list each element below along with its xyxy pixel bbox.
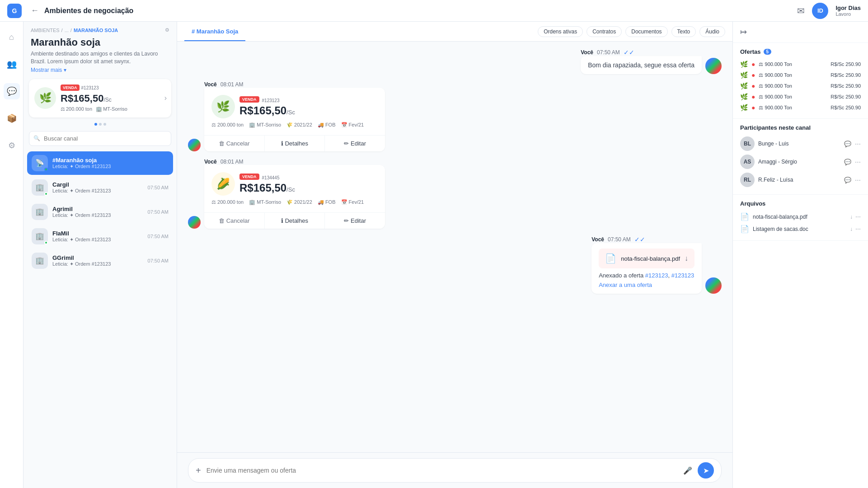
edit-button-2[interactable]: ✏ Editar	[325, 213, 385, 229]
offer-list-remove-1[interactable]: ●	[751, 61, 755, 68]
checkmarks-icon-2: ✓✓	[634, 236, 645, 243]
file-item-name-1: nota-fiscal-balança.pdf	[753, 214, 846, 220]
mic-icon[interactable]: 🎤	[683, 466, 692, 475]
channel-sidebar: AMBIENTES / ... / MARANHÃO SOJA ⚙ Maranh…	[23, 22, 177, 488]
offer-location: 🏢 MT-Sorriso	[96, 106, 127, 112]
participants-section-title: Participantes neste canal	[740, 124, 861, 131]
filter-texto[interactable]: Texto	[671, 26, 696, 37]
file-more-icon-2[interactable]: ⋯	[855, 226, 861, 232]
file-download-icon-2[interactable]: ↓	[850, 226, 853, 232]
channel-item-agrimil[interactable]: 🏢 Agrimil Leticia: ✦ Ordem #123123 07:50…	[27, 200, 173, 224]
offer-quantity-2: ⚖ 200.000 ton	[211, 199, 244, 205]
channel-item-flamil[interactable]: 🏢 FlaMil Leticia: ✦ Ordem #123123 07:50 …	[27, 225, 173, 248]
message-input[interactable]	[206, 467, 678, 474]
channel-item-ggrimil[interactable]: 🏢 GGrimil Leticia: ✦ Ordem #123123 07:50…	[27, 249, 173, 272]
channel-time-agrimil: 07:50 AM	[148, 209, 169, 215]
offer-list-leaf-icon-3: 🌿	[740, 82, 748, 89]
inline-offer-1: 🌿 VENDA #123123 R$165,50/Sc	[204, 88, 385, 135]
offer-list-remove-5[interactable]: ●	[751, 104, 755, 111]
offer-list-item-3: 🌿 ● ⚖ 900.000 Ton R$/Sc 250.90	[740, 80, 861, 91]
inline-offer-header-1: 🌿 VENDA #123123 R$165,50/Sc	[211, 95, 378, 118]
msg-content-right-2: Você 07:50 AM ✓✓ 📄 nota-fiscal-balança.p…	[591, 236, 702, 294]
add-attachment-button[interactable]: +	[196, 465, 201, 476]
offer-list-item-5: 🌿 ● ⚖ 900.000 Ton R$/Sc 250.90	[740, 102, 861, 113]
file-item-2: 📄 Listagem de sacas.doc ↓ ⋯	[740, 223, 861, 235]
msg-avatar-right-1	[705, 58, 722, 74]
attach-link-1[interactable]: #123123	[645, 272, 668, 279]
files-section-title: Arquivos	[740, 200, 861, 207]
sidebar-item-people[interactable]: 👥	[4, 56, 20, 72]
details-button-2[interactable]: ℹ Detalhes	[265, 213, 325, 229]
offer-list-weight-5: ⚖ 900.000 Ton	[759, 105, 792, 111]
inline-offer-badge-2: VENDA	[239, 174, 259, 180]
inline-offer-price-2: R$165,50/Sc	[239, 182, 378, 194]
mail-icon[interactable]: ✉	[797, 5, 805, 16]
breadcrumb-current: MARANHÃO SOJA	[74, 28, 118, 33]
msg-bubble-left-2: 🌽 VENDA #134445 R$165,50/Sc	[204, 165, 385, 229]
channel-name-flamil: FlaMil	[52, 230, 143, 237]
channel-item-maranhao[interactable]: 📡 #Maranhão soja Leticia: ✦ Ordem #12312…	[27, 151, 173, 175]
tab-maranhao-soja[interactable]: # Maranhão Soja	[184, 23, 245, 41]
participant-more-icon-1[interactable]: ⋯	[855, 141, 861, 147]
participant-more-icon-3[interactable]: ⋯	[855, 177, 861, 183]
file-item-name-2: Listagem de sacas.doc	[753, 226, 846, 232]
send-button[interactable]: ➤	[698, 462, 714, 479]
msg-content-left-2: Você 08:01 AM 🌽 VENDA #13	[204, 159, 385, 229]
file-more-icon-1[interactable]: ⋯	[855, 214, 861, 220]
filter-audio[interactable]: Áudio	[699, 26, 725, 37]
offers-section: Ofertas 5 🌿 ● ⚖ 900.000 Ton R$/Sc 250.90…	[733, 43, 868, 119]
search-input[interactable]	[29, 131, 171, 146]
edit-button-1[interactable]: ✏ Editar	[325, 136, 385, 151]
details-button-1[interactable]: ℹ Detalhes	[265, 136, 325, 151]
message-left-offer-2: Você 08:01 AM 🌽 VENDA #13	[188, 159, 722, 229]
channel-sub-agrimil: Leticia: ✦ Ordem #123123	[52, 212, 143, 218]
back-button[interactable]: ←	[31, 6, 39, 15]
sidebar-item-chat[interactable]: 💬	[4, 83, 20, 99]
file-doc-icon-2: 📄	[740, 225, 749, 233]
msg-row-right-1: Você 07:50 AM ✓✓ Bom dia rapaziada, segu…	[581, 49, 722, 74]
download-icon[interactable]: ↓	[685, 254, 688, 263]
offer-list-remove-2[interactable]: ●	[751, 71, 755, 79]
channel-item-cargil[interactable]: 🏢 Cargil Leticia: ✦ Ordem #123123 07:50 …	[27, 176, 173, 199]
filter-contratos[interactable]: Contratos	[586, 26, 622, 37]
participant-chat-icon-1[interactable]: 💬	[844, 141, 851, 147]
filter-documentos[interactable]: Documentos	[625, 26, 667, 37]
participant-item-1: BL Bunge - Luis 💬 ⋯	[740, 135, 861, 153]
offers-section-title: Ofertas 5	[740, 48, 861, 55]
file-name: nota-fiscal-balança.pdf	[621, 255, 680, 262]
cancel-button-2[interactable]: 🗑 Cancelar	[204, 213, 265, 229]
participant-more-icon-2[interactable]: ⋯	[855, 159, 861, 165]
gear-icon[interactable]: ⚙	[165, 27, 169, 33]
offer-list-remove-4[interactable]: ●	[751, 93, 755, 100]
attach-link-2[interactable]: #123123	[671, 272, 694, 279]
chat-area: # Maranhão Soja Ordens ativas Contratos …	[177, 22, 732, 488]
collapse-sidebar-button[interactable]: ↦	[740, 27, 747, 37]
participant-chat-icon-3[interactable]: 💬	[844, 177, 851, 183]
inline-offer-details-2: VENDA #134445 R$165,50/Sc	[239, 174, 378, 194]
breadcrumb-ambientes[interactable]: AMBIENTES	[31, 28, 60, 33]
file-download-icon-1[interactable]: ↓	[850, 214, 853, 220]
attach-action-link[interactable]: Anexar a uma oferta	[599, 282, 694, 288]
sidebar-item-home[interactable]: ⌂	[4, 29, 20, 45]
offer-badge-venda: VENDA	[61, 84, 80, 91]
channel-list: 📡 #Maranhão soja Leticia: ✦ Ordem #12312…	[23, 150, 177, 274]
breadcrumb-dots[interactable]: ...	[65, 28, 69, 33]
page-title: Ambientes de negociação	[44, 7, 792, 15]
msg-header-right-2: Você 07:50 AM ✓✓	[591, 236, 702, 243]
filter-ordens-ativas[interactable]: Ordens ativas	[538, 26, 583, 37]
channel-time-ggrimil: 07:50 AM	[148, 258, 169, 263]
message-right-file: Você 07:50 AM ✓✓ 📄 nota-fiscal-balança.p…	[188, 236, 722, 294]
offer-next-arrow[interactable]: ›	[164, 94, 167, 102]
user-role: Lavoro	[835, 11, 861, 17]
messages-container: Você 07:50 AM ✓✓ Bom dia rapaziada, segu…	[177, 42, 732, 452]
channel-sub-flamil: Leticia: ✦ Ordem #123123	[52, 237, 143, 243]
cancel-button-1[interactable]: 🗑 Cancelar	[204, 136, 265, 151]
sidebar-item-archive[interactable]: 📦	[4, 110, 20, 127]
sidebar-item-settings[interactable]: ⚙	[4, 137, 20, 154]
message-left-offer-1: Você 08:01 AM 🌿 VENDA #12	[188, 81, 722, 151]
user-info: Igor Dias Lavoro	[835, 5, 861, 17]
participant-chat-icon-2[interactable]: 💬	[844, 159, 851, 165]
offer-preview-card: 🌿 VENDA #123123 R$165,50/Sc ⚖ 200.000 to…	[29, 79, 171, 117]
offer-list-remove-3[interactable]: ●	[751, 82, 755, 89]
show-more-button[interactable]: Mostrar mais ▾	[31, 67, 66, 73]
